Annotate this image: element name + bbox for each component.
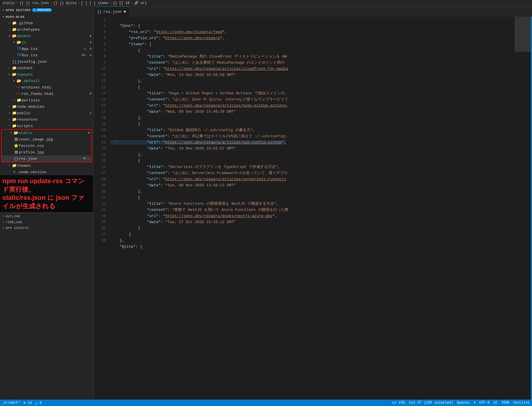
code-line-14: "content": "はじめに Zenn や Qiita, note\nなど様… — [110, 97, 289, 102]
code-line-7: "title": "MediaPackage 用の CloudFront ディス… — [110, 54, 287, 59]
code-line-2: "Zenn": { — [110, 24, 140, 28]
code-line-6: { — [110, 48, 140, 53]
sidebar-item-js[interactable]: ▾ 📂 js ● — [0, 39, 93, 46]
code-content[interactable]: "Zenn": { "rss_url": "https://zenn.dev/n… — [108, 17, 514, 400]
breadcrumb: static › {} {} rss.json › {} {} Qiita › … — [2, 1, 147, 5]
code-line-16: "date": "Wed, 09 Dec 2020 15:40:20 GMT" — [110, 110, 236, 114]
sidebar-bottom: › OUTLINE › TIMELINE › NPM SCRIPTS — [0, 213, 93, 231]
sidebar-item-node-version[interactable]: ≡ .node-version — [0, 169, 93, 175]
sidebar-item-content[interactable]: › 📁 content — [0, 65, 93, 71]
status-branch[interactable]: ⎇ react* — [2, 401, 20, 405]
sidebar-item-layouts[interactable]: ▾ 📂 layouts — [0, 71, 93, 78]
sidebar-item-scripts[interactable]: › 📁 scripts — [0, 123, 93, 129]
sidebar-item-resources[interactable]: › 📁 resources — [0, 116, 93, 123]
sidebar-item-rss-tsx[interactable]: TS Rss.tsx 9+, U — [0, 52, 93, 58]
breadcrumb-qiita: {} {} Qiita — [53, 1, 76, 5]
folder-icon: 📁 — [12, 21, 17, 25]
sidebar-item-themes[interactable]: › 📁 themes — [0, 162, 93, 169]
status-errors[interactable]: ⊗ 14 — [23, 401, 32, 405]
open-editors-label: OPEN EDITORS — [6, 8, 31, 12]
rss-feeds-label: rss_feeds.html — [22, 92, 89, 96]
sidebar-item-static[interactable]: ▾ 📂 static ● — [2, 130, 91, 136]
sidebar-item-cover-image[interactable]: 🖼 cover_image.jpg — [2, 136, 91, 143]
status-language[interactable]: JSON — [501, 401, 509, 405]
timeline-section[interactable]: › TIMELINE — [0, 219, 93, 225]
sidebar-item-favicon[interactable]: ⭐ favicon.ico — [2, 143, 91, 149]
sidebar-item-jsconfig[interactable]: {} jsconfig.json — [0, 58, 93, 65]
folder-icon-resources: 📁 — [12, 117, 17, 122]
breadcrumb-19: {} {} 19 — [113, 1, 130, 5]
code-line-13: "title": "Hugo + GitHub Pages + GitHub A… — [110, 91, 285, 96]
sidebar-item-assets[interactable]: ▾ 📂 assets ● — [0, 33, 93, 39]
app-tsx-badge: 2, M — [84, 47, 91, 51]
rss-json-label: rss.json — [19, 157, 84, 161]
sidebar-item-default[interactable]: ▾ 📂 _default — [0, 78, 93, 84]
node-version-label: .node-version — [17, 170, 93, 174]
sidebar-item-partials[interactable]: › 📁 partials — [0, 97, 93, 103]
folder-open-icon-assets: 📂 — [12, 34, 17, 38]
line-numbers: 2 3 4 5 6 7 8 9 10 11 12 13 14 15 16 17 … — [94, 17, 108, 400]
status-line-ending[interactable]: LE — [493, 401, 497, 405]
img-icon-profile: 🖼 — [13, 150, 19, 154]
minimap[interactable] — [514, 17, 532, 400]
code-line-23: }, — [110, 152, 142, 157]
sidebar-item-github[interactable]: › 📁 .github — [0, 20, 93, 26]
sidebar-item-archetypes[interactable]: › 📁 archetypes — [0, 26, 93, 33]
branch-name: react* — [7, 401, 20, 405]
status-line-col[interactable]: Ln 159, Col 57 (105 selected) — [392, 401, 453, 405]
code-line-3: "rss_url": "https://zenn.dev/nikaera/fee… — [110, 30, 227, 34]
rss-json-badge: M — [84, 157, 86, 160]
code-line-11: }, — [110, 79, 142, 83]
outline-section[interactable]: › OUTLINE — [0, 214, 93, 219]
tab-rss-json[interactable]: {} rss.json ● — [94, 6, 130, 17]
tab-modified-dot: ● — [123, 9, 126, 14]
npm-scripts-section[interactable]: › NPM SCRIPTS — [0, 225, 93, 231]
status-textlint[interactable]: textlint — [513, 401, 530, 405]
open-editors-section[interactable]: ▾ OPEN EDITORS 1 UNSAVED — [0, 6, 93, 13]
js-dot-badge: ● — [89, 41, 91, 44]
code-line-27: "url": "https://zenn.dev/nikaera/article… — [110, 177, 286, 181]
folder-icon-scripts: 📁 — [12, 124, 17, 128]
ts-icon-app: TS — [16, 47, 22, 51]
sidebar-item-archives-html[interactable]: </> archives.html — [0, 84, 93, 91]
folder-icon-archetypes: 📁 — [12, 27, 17, 32]
status-spaces[interactable]: Spaces: 4 — [457, 401, 476, 405]
tab-rss-json-label: rss.json — [103, 10, 122, 14]
code-line-29: }, — [110, 189, 142, 194]
themes-arrow-icon: › — [7, 164, 12, 167]
assets-dot-badge: ● — [89, 34, 91, 38]
folder-open-icon-layouts: 📂 — [12, 72, 17, 77]
project-arrow: ▾ — [2, 15, 4, 19]
sidebar-item-node-modules[interactable]: › 📁 node_modules — [0, 103, 93, 110]
folder-icon-public: 📁 — [12, 111, 17, 115]
public-badge: S — [89, 111, 91, 115]
content-label: content — [17, 66, 93, 70]
sidebar-item-public[interactable]: › 📁 public S — [0, 110, 93, 116]
folder-open-icon-static: 📂 — [13, 131, 19, 135]
scripts-label: scripts — [17, 124, 93, 128]
breadcrumb-bar: static › {} {} rss.json › {} {} Qiita › … — [0, 0, 532, 6]
code-area: 2 3 4 5 6 7 8 9 10 11 12 13 14 15 16 17 … — [94, 17, 532, 400]
sidebar-item-rss-json[interactable]: {} rss.json M ← — [2, 155, 91, 162]
sidebar-item-app-tsx[interactable]: TS App.tsx 2, M — [0, 46, 93, 52]
sidebar-item-profile[interactable]: 🖼 profile.jpg — [2, 149, 91, 155]
ts-icon-rss: TS — [16, 53, 22, 57]
sidebar-item-rss-feeds-html[interactable]: </> rss_feeds.html M — [0, 91, 93, 97]
code-line-32: "content": "業務で NestJS を用いて Azure Functi… — [110, 208, 289, 212]
code-line-28: "date": "Sun, 08 Nov 2020 13:48:13 GMT" — [110, 183, 236, 188]
breadcrumb-url: 🔗 url — [134, 1, 147, 5]
status-encoding[interactable]: UTF-8 — [479, 401, 490, 405]
code-line-31: "title": "Azure Functions の開発環境を NestJS … — [110, 202, 279, 206]
code-line-18: { — [110, 122, 140, 126]
partials-arrow-icon: › — [12, 99, 16, 102]
code-line-8: "content": "はじめに とある事情で MediaPackage のエン… — [110, 60, 285, 65]
folder-open-icon-js: 📂 — [16, 40, 22, 45]
default-arrow-icon: ▾ — [12, 79, 16, 83]
status-warnings[interactable]: △ 0 — [35, 401, 42, 405]
project-section[interactable]: ▾ HUGO-BLOG — [0, 13, 93, 20]
public-arrow-icon: › — [7, 112, 12, 115]
static-dot-badge: ● — [88, 131, 90, 135]
rss-tsx-label: Rss.tsx — [22, 53, 82, 58]
breadcrumb-items: [ ] [ ] items — [81, 1, 108, 5]
static-arrow-icon: ▾ — [9, 131, 13, 135]
